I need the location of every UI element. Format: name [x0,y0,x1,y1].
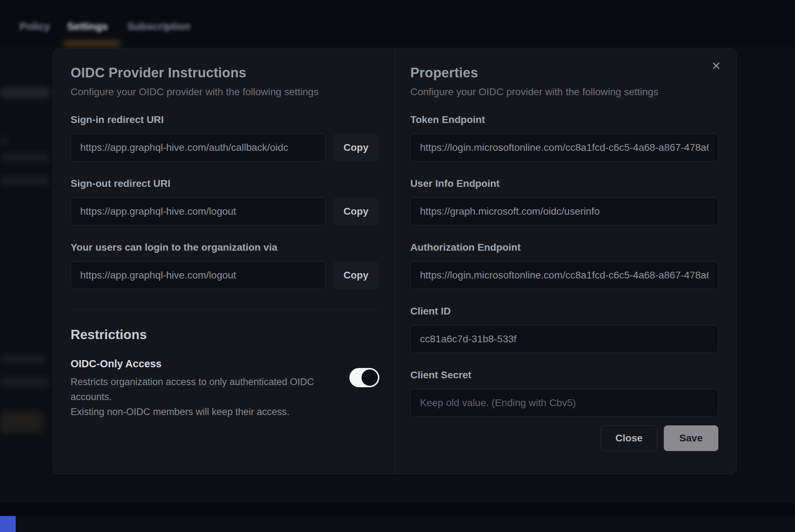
login-via-input[interactable] [71,261,325,289]
token-endpoint-row [410,134,718,162]
token-endpoint-input[interactable] [410,134,718,162]
oidc-only-description-line2: Existing non-OIDC members will keep thei… [71,405,320,420]
instructions-panel: OIDC Provider Instructions Configure you… [53,49,395,474]
background-blur-blob [0,354,46,364]
oidc-only-row: OIDC-Only Access Restricts organization … [71,358,379,420]
background-tab-bar: Policy Settings Subscription [0,0,795,47]
client-id-label: Client ID [410,306,718,317]
authorization-endpoint-input[interactable] [410,261,718,289]
background-blur-blob [0,175,50,186]
oidc-settings-dialog: ✕ OIDC Provider Instructions Configure y… [53,48,737,474]
client-id-row [410,325,718,353]
tab-settings-underline [63,41,120,46]
oidc-only-toggle[interactable] [349,368,379,387]
token-endpoint-label: Token Endpoint [410,114,718,126]
userinfo-endpoint-row [410,198,718,225]
background-blur-button [0,411,43,433]
userinfo-endpoint-input[interactable] [410,198,718,225]
signin-redirect-input[interactable] [71,134,325,162]
background-blur-blob [0,87,50,99]
instructions-title: OIDC Provider Instructions [71,65,379,81]
background-stripe [0,503,795,516]
userinfo-endpoint-label: User Info Endpoint [410,178,718,189]
authorization-endpoint-label: Authorization Endpoint [410,242,718,253]
close-button[interactable]: Close [601,425,657,451]
client-id-input[interactable] [410,325,718,353]
login-via-row: Copy [71,261,379,289]
toggle-knob [361,369,378,386]
save-button[interactable]: Save [664,425,718,451]
properties-panel: Properties Configure your OIDC provider … [395,49,736,474]
client-secret-input[interactable] [410,389,718,417]
signout-redirect-label: Sign-out redirect URI [71,178,379,189]
tab-settings[interactable]: Settings [67,21,108,32]
tab-subscription[interactable]: Subscription [127,21,190,32]
signin-redirect-row: Copy [71,134,379,162]
background-blur-blob [0,377,50,388]
oidc-only-text: OIDC-Only Access Restricts organization … [71,358,320,420]
restrictions-title: Restrictions [71,327,379,342]
close-icon[interactable]: ✕ [707,57,725,75]
properties-title: Properties [410,65,718,81]
oidc-only-label: OIDC-Only Access [71,358,320,370]
login-via-copy-button[interactable]: Copy [333,261,379,289]
oidc-only-description-line1: Restricts organization access to only au… [71,375,320,405]
client-secret-row [410,389,718,417]
bottom-left-badge [0,516,16,532]
instructions-subtitle: Configure your OIDC provider with the fo… [71,86,379,98]
background-blur-blob [0,136,8,145]
section-divider [71,309,379,310]
authorization-endpoint-row [410,261,718,289]
client-secret-label: Client Secret [410,369,718,381]
signout-redirect-row: Copy [71,198,379,225]
login-via-label: Your users can login to the organization… [71,242,379,253]
signout-copy-button[interactable]: Copy [333,198,379,225]
signout-redirect-input[interactable] [71,198,325,225]
signin-redirect-label: Sign-in redirect URI [71,114,379,126]
signin-copy-button[interactable]: Copy [333,134,379,162]
properties-subtitle: Configure your OIDC provider with the fo… [410,86,718,98]
background-blur-blob [0,153,50,163]
dialog-actions: Close Save [410,425,718,451]
oidc-only-description: Restricts organization access to only au… [71,375,320,420]
tab-policy[interactable]: Policy [20,21,50,32]
